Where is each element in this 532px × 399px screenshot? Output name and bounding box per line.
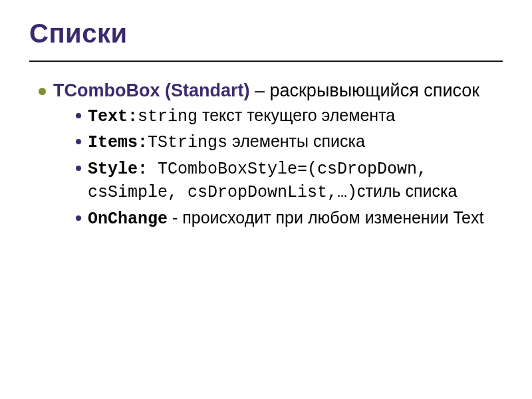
term: TComboBox (Standart)	[53, 80, 249, 100]
property-desc: текст текущего элемента	[198, 106, 395, 124]
property-desc: - происходит при любом изменении Text	[168, 208, 483, 227]
list-item: Items:TStrings элементы списка	[76, 130, 503, 154]
bullet-list-level2: Text:string текст текущего элемента Item…	[53, 104, 503, 231]
property-name: Style:	[88, 160, 148, 179]
property-desc: стиль списка	[357, 182, 457, 200]
slide: Списки TComboBox (Standart) – раскрывыющ…	[0, 0, 532, 399]
property-name: OnChange	[88, 209, 168, 229]
list-item: TComboBox (Standart) – раскрывыющийся сп…	[39, 79, 503, 230]
property-desc: элементы списка	[227, 132, 365, 150]
term-description: раскрывыющийся список	[270, 80, 480, 100]
divider	[29, 61, 503, 62]
property-name: Items:	[88, 133, 148, 152]
list-item: Text:string текст текущего элемента	[76, 104, 503, 128]
dash: –	[249, 80, 269, 100]
property-type: string	[138, 107, 198, 126]
property-type: TStrings	[148, 133, 227, 152]
property-name: Text:	[88, 107, 138, 126]
list-item: Style: TComboBoxStyle=(csDropDown, csSim…	[76, 157, 503, 204]
bullet-list-level1: TComboBox (Standart) – раскрывыющийся сп…	[29, 79, 503, 230]
slide-title: Списки	[29, 19, 503, 49]
list-item: OnChange - происходит при любом изменени…	[76, 207, 503, 231]
